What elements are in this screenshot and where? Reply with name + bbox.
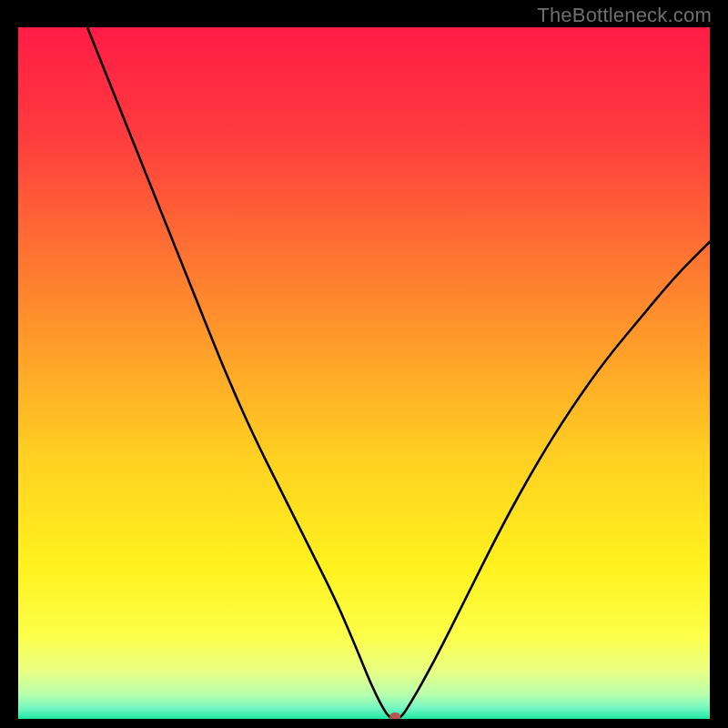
watermark-text: TheBottleneck.com bbox=[537, 4, 712, 27]
chart-plot-area bbox=[18, 27, 710, 719]
chart-frame: TheBottleneck.com bbox=[0, 0, 728, 728]
gradient-background bbox=[18, 27, 710, 719]
chart-svg bbox=[18, 27, 710, 719]
